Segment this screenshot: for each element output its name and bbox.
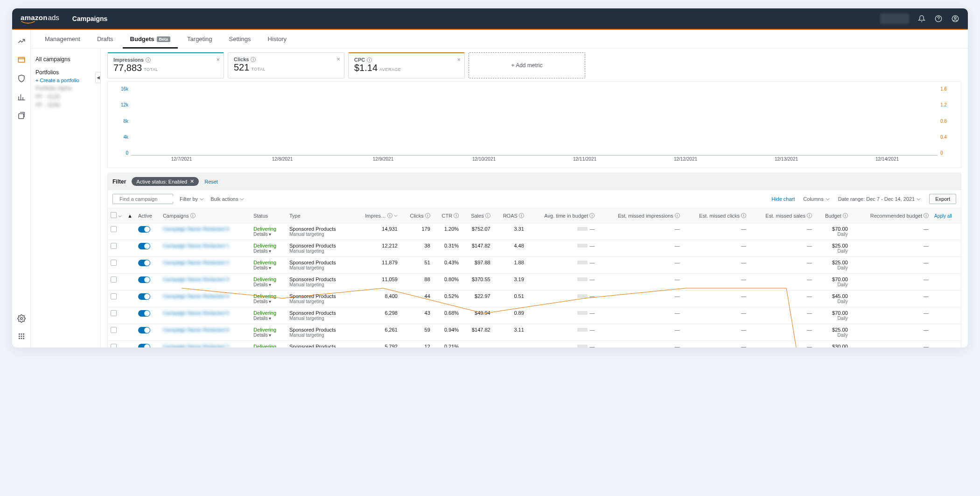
info-icon[interactable]: i <box>675 213 680 218</box>
chevron-down-icon[interactable] <box>118 214 122 218</box>
active-toggle[interactable] <box>138 226 150 233</box>
campaign-name-link[interactable]: Campaign Name Redacted 5 <box>163 310 229 316</box>
bell-icon[interactable] <box>917 14 926 23</box>
remove-metric-icon[interactable]: × <box>457 56 461 63</box>
rail-settings-icon[interactable] <box>17 314 26 323</box>
main: Management Drafts BudgetsBeta Targeting … <box>31 30 968 347</box>
info-icon[interactable]: i <box>807 213 812 218</box>
active-toggle[interactable] <box>138 243 150 249</box>
campaign-name-link[interactable]: Campaign Name Redacted 0 <box>163 226 229 232</box>
account-chip[interactable] <box>880 14 909 24</box>
metric-value: 77,883 <box>113 63 142 73</box>
select-all-checkbox[interactable] <box>111 212 117 218</box>
rail-library-icon[interactable] <box>17 111 26 120</box>
row-checkbox[interactable] <box>111 310 117 316</box>
info-icon[interactable]: i <box>485 213 490 218</box>
rail-campaigns-icon[interactable] <box>17 55 26 64</box>
active-toggle[interactable] <box>138 293 150 300</box>
metric-value: $1.14 <box>354 63 378 73</box>
info-icon[interactable]: i <box>251 57 256 62</box>
active-toggle[interactable] <box>138 276 150 283</box>
add-metric-button[interactable]: + Add metric <box>469 52 585 78</box>
info-icon[interactable]: i <box>924 213 929 218</box>
row-checkbox[interactable] <box>111 260 117 266</box>
col-sales[interactable]: Sales <box>471 213 484 219</box>
row-checkbox[interactable] <box>111 226 117 232</box>
col-active[interactable]: Active <box>138 213 157 219</box>
active-toggle[interactable] <box>138 344 150 347</box>
remove-metric-icon[interactable]: × <box>336 56 340 63</box>
remove-metric-icon[interactable]: × <box>216 56 220 63</box>
campaign-name-link[interactable]: Campaign Name Redacted 2 <box>163 260 229 265</box>
campaign-name-link[interactable]: Campaign Name Redacted 6 <box>163 327 229 333</box>
tabs: Management Drafts BudgetsBeta Targeting … <box>31 30 968 49</box>
metric-card-impressions[interactable]: Impressionsi 77,883TOTAL × <box>107 52 224 78</box>
row-checkbox[interactable] <box>111 344 117 347</box>
metric-card-clicks[interactable]: Clicksi 521TOTAL × <box>228 52 344 78</box>
tab-targeting[interactable]: Targeting <box>180 30 219 48</box>
col-rec-budget[interactable]: Recommended budget <box>870 213 922 219</box>
col-impressions[interactable]: Impres… <box>365 213 386 219</box>
info-icon[interactable]: i <box>190 213 196 218</box>
portfolio-item-blur[interactable]: PF - 0120 <box>35 93 96 100</box>
col-missed-clicks[interactable]: Est. missed clicks <box>699 213 740 219</box>
rail-trend-icon[interactable] <box>17 36 26 46</box>
row-checkbox[interactable] <box>111 243 117 249</box>
row-checkbox[interactable] <box>111 276 117 283</box>
active-toggle[interactable] <box>138 260 150 266</box>
active-toggle[interactable] <box>138 310 150 317</box>
campaign-name-link[interactable]: Campaign Name Redacted 1 <box>163 243 229 248</box>
info-icon[interactable]: i <box>387 213 392 218</box>
help-icon[interactable] <box>934 14 943 23</box>
info-icon[interactable]: i <box>425 213 430 218</box>
side-all-campaigns[interactable]: All campaigns <box>35 56 96 63</box>
campaign-name-link[interactable]: Campaign Name Redacted 4 <box>163 293 229 299</box>
metric-title: Clicks <box>234 57 249 62</box>
brand-logo[interactable]: amazonads <box>21 14 59 24</box>
beta-badge: Beta <box>157 36 171 42</box>
col-status[interactable]: Status <box>253 213 284 219</box>
info-icon[interactable]: i <box>519 213 524 218</box>
apply-all-link[interactable]: Apply all <box>934 213 952 219</box>
tab-budgets-label: Budgets <box>130 35 154 43</box>
col-clicks[interactable]: Clicks <box>410 213 423 219</box>
col-campaigns[interactable]: Campaigns <box>163 213 189 219</box>
collapse-sidepanel-button[interactable]: ◀ <box>95 72 101 83</box>
row-checkbox[interactable] <box>111 327 117 333</box>
info-icon[interactable]: i <box>741 213 746 218</box>
tab-drafts[interactable]: Drafts <box>90 30 121 48</box>
tab-management[interactable]: Management <box>37 30 88 48</box>
row-checkbox[interactable] <box>111 293 117 299</box>
tab-budgets[interactable]: BudgetsBeta <box>123 30 178 48</box>
tab-history[interactable]: History <box>260 30 294 48</box>
col-type[interactable]: Type <box>289 213 350 219</box>
portfolio-item-blur[interactable]: Portfolio Alpha <box>35 85 96 92</box>
info-icon[interactable]: i <box>843 213 848 218</box>
info-icon[interactable]: i <box>367 57 372 63</box>
sort-desc-icon[interactable] <box>394 214 398 218</box>
col-ctr[interactable]: CTR <box>442 213 453 219</box>
col-avg-time[interactable]: Avg. time in budget <box>544 213 588 219</box>
campaign-name-link[interactable]: Campaign Name Redacted 7 <box>163 344 229 347</box>
create-portfolio-link[interactable]: + Create a portfolio <box>35 78 96 83</box>
col-budget[interactable]: Budget <box>825 213 841 219</box>
table-header-row: ▲ Active Campaigns i Status Type Impres…… <box>108 208 961 223</box>
active-toggle[interactable] <box>138 327 150 333</box>
tab-settings[interactable]: Settings <box>222 30 259 48</box>
col-roas[interactable]: ROAS <box>503 213 518 219</box>
col-missed-imp[interactable]: Est. missed impressions <box>618 213 673 219</box>
metric-card-cpc[interactable]: CPCi $1.14AVERAGE × <box>348 52 465 78</box>
col-missed-sales[interactable]: Est. missed sales <box>765 213 805 219</box>
svg-rect-10 <box>21 336 22 337</box>
rail-chart-icon[interactable] <box>17 92 26 102</box>
info-icon[interactable]: i <box>146 57 151 63</box>
rail-shield-icon[interactable] <box>17 74 26 83</box>
info-icon[interactable]: i <box>589 213 595 218</box>
y-axis-left: 16k12k8k4k0 <box>114 86 128 156</box>
info-icon[interactable]: i <box>454 213 459 218</box>
rail-apps-icon[interactable] <box>17 332 26 341</box>
portfolio-item-blur[interactable]: PF - 0200 <box>35 102 96 108</box>
campaign-name-link[interactable]: Campaign Name Redacted 3 <box>163 276 229 282</box>
user-icon[interactable] <box>951 14 959 23</box>
svg-rect-13 <box>21 338 22 339</box>
